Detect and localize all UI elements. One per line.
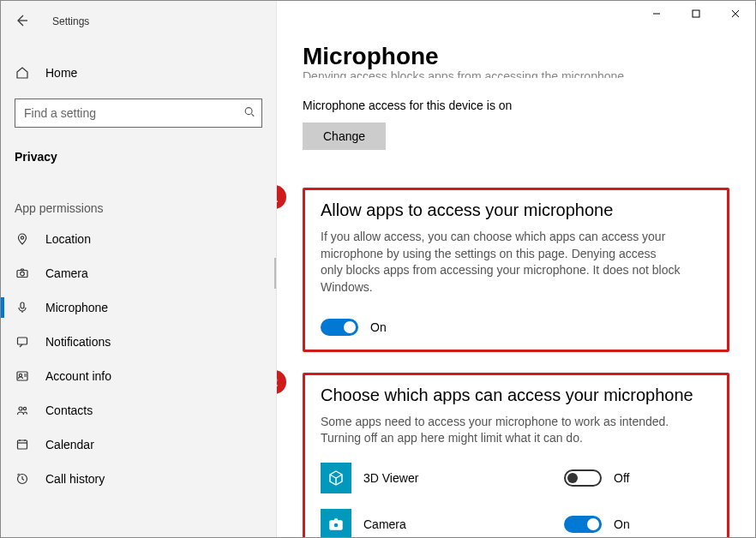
app-row-camera: Camera On [321, 509, 711, 537]
app-name: Camera [363, 517, 552, 531]
sidebar-item-notifications[interactable]: Notifications [1, 325, 276, 359]
app-toggle-camera[interactable] [564, 516, 602, 533]
microphone-icon [15, 301, 30, 314]
svg-point-7 [19, 374, 21, 376]
nav-label: Call history [45, 472, 105, 486]
svg-point-14 [333, 523, 339, 528]
page-title: Microphone [303, 43, 729, 70]
svg-point-0 [245, 108, 252, 115]
search-box[interactable] [15, 99, 262, 128]
sidebar-scrollbar[interactable] [274, 258, 276, 289]
svg-point-3 [21, 272, 25, 276]
cube-icon [321, 463, 351, 493]
callout-title: Choose which apps can access your microp… [321, 386, 711, 405]
clipped-text: Denying access blocks apps from accessin… [303, 69, 729, 78]
svg-rect-12 [693, 10, 699, 17]
nav-label: Location [45, 232, 91, 246]
callout-desc: If you allow access, you can choose whic… [321, 229, 681, 296]
svg-point-1 [21, 236, 23, 239]
section-label: Privacy [15, 150, 262, 164]
close-button[interactable] [716, 1, 755, 27]
nav-label: Microphone [45, 301, 108, 314]
titlebar-left: Settings [1, 8, 276, 35]
annotation-badge-1: 1 [277, 185, 286, 209]
content: Microphone Denying access blocks apps fr… [277, 33, 755, 537]
svg-point-9 [23, 407, 26, 409]
app-row-3d-viewer: 3D Viewer Off [321, 463, 711, 493]
callout-choose-apps: 2 Choose which apps can access your micr… [303, 373, 729, 537]
annotation-badge-2: 2 [277, 370, 286, 394]
nav-label: Camera [45, 266, 88, 280]
location-icon [15, 232, 30, 246]
sidebar-item-microphone[interactable]: Microphone [1, 290, 276, 325]
contacts-icon [15, 404, 30, 417]
app-name: 3D Viewer [363, 471, 552, 485]
account-info-icon [15, 369, 30, 383]
sidebar-item-call-history[interactable]: Call history [1, 462, 276, 496]
main-pane: Microphone Denying access blocks apps fr… [277, 1, 755, 537]
nav: Location Camera Microphone [1, 222, 276, 496]
nav-label: Notifications [45, 335, 111, 349]
notifications-icon [15, 335, 30, 349]
toggle-label: On [370, 320, 387, 334]
nav-label: Calendar [45, 438, 94, 451]
sidebar: Settings Home Privacy App permissions [1, 1, 277, 537]
call-history-icon [15, 472, 30, 486]
home-label: Home [45, 66, 77, 80]
minimize-button[interactable] [637, 1, 676, 27]
window-controls [277, 1, 755, 33]
change-button[interactable]: Change [303, 123, 386, 150]
svg-rect-10 [18, 440, 27, 449]
camera-icon [15, 266, 30, 280]
allow-apps-toggle-row: On [321, 319, 711, 336]
device-access-status: Microphone access for this device is on [303, 99, 729, 112]
sidebar-item-calendar[interactable]: Calendar [1, 427, 276, 462]
group-label: App permissions [15, 201, 262, 215]
settings-window: Settings Home Privacy App permissions [0, 0, 756, 538]
sidebar-body: Home Privacy App permissions Location [1, 35, 276, 496]
allow-apps-toggle[interactable] [321, 319, 358, 336]
calendar-icon [15, 438, 30, 451]
svg-rect-5 [18, 338, 27, 344]
search-input[interactable] [15, 99, 262, 128]
app-title: Settings [52, 15, 89, 27]
svg-point-8 [19, 407, 22, 410]
sidebar-item-location[interactable]: Location [1, 222, 276, 256]
nav-label: Account info [45, 369, 111, 383]
toggle-label: Off [614, 471, 629, 485]
camera-app-icon [321, 509, 351, 537]
sidebar-item-account-info[interactable]: Account info [1, 359, 276, 393]
search-icon [243, 106, 255, 121]
callout-allow-apps: 1 Allow apps to access your microphone I… [303, 188, 729, 351]
sidebar-item-camera[interactable]: Camera [1, 256, 276, 290]
sidebar-item-home[interactable]: Home [15, 59, 262, 87]
svg-rect-4 [21, 302, 24, 308]
back-arrow-icon[interactable] [15, 14, 28, 30]
app-toggle-3d-viewer[interactable] [564, 469, 602, 487]
home-icon [15, 66, 30, 80]
nav-label: Contacts [45, 404, 93, 417]
toggle-label: On [614, 517, 630, 531]
sidebar-item-contacts[interactable]: Contacts [1, 393, 276, 427]
maximize-button[interactable] [676, 1, 716, 27]
callout-title: Allow apps to access your microphone [321, 200, 711, 220]
callout-desc: Some apps need to access your microphone… [321, 414, 681, 447]
